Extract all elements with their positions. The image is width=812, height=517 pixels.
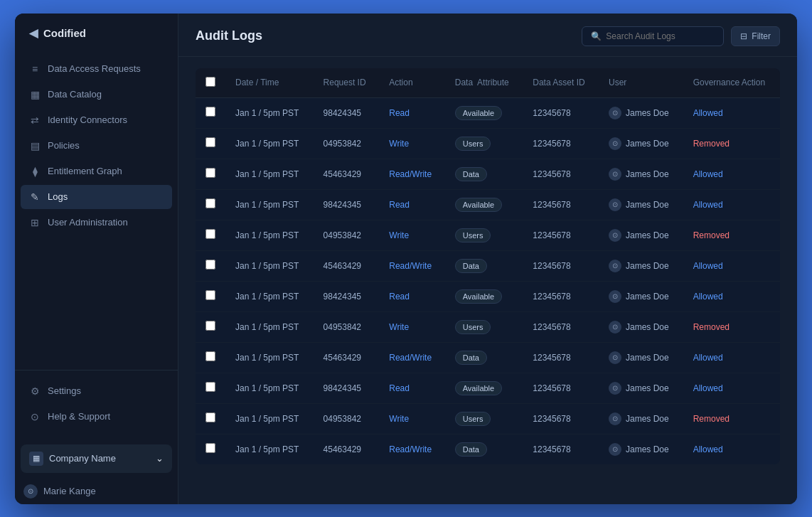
cell-request-id: 98424345 <box>314 189 380 220</box>
user-icon: ⊙ <box>609 382 621 395</box>
search-input[interactable] <box>606 31 715 41</box>
cell-request-id: 45463429 <box>314 159 380 189</box>
cell-data-asset-id: 12345678 <box>523 373 599 403</box>
settings-icon: ⚙ <box>29 385 41 397</box>
cell-action[interactable]: Read <box>379 373 444 403</box>
col-data-attribute: Data Attribute <box>445 68 523 98</box>
cell-action[interactable]: Read/Write <box>379 250 444 281</box>
col-data-asset-id: Data Asset ID <box>523 68 599 98</box>
cell-governance[interactable]: Removed <box>683 128 780 159</box>
cell-request-id: 45463429 <box>314 434 380 464</box>
logo-text: Codified <box>43 27 86 39</box>
row-checkbox-11[interactable] <box>205 443 215 453</box>
cell-user: ⊙ James Doe <box>599 189 683 220</box>
cell-data-attribute: Data <box>445 159 523 189</box>
cell-governance[interactable]: Allowed <box>683 159 780 189</box>
cell-action[interactable]: Read <box>379 281 444 311</box>
company-switcher[interactable]: ▦ Company Name ⌄ <box>21 444 172 473</box>
sidebar-bottom: ⚙Settings⊙Help & Support <box>15 370 178 439</box>
cell-governance[interactable]: Removed <box>683 220 780 250</box>
search-box[interactable]: 🔍 <box>582 26 724 46</box>
cell-action[interactable]: Read/Write <box>379 434 444 464</box>
cell-action[interactable]: Read/Write <box>379 342 444 373</box>
cell-governance[interactable]: Removed <box>683 311 780 342</box>
cell-action[interactable]: Write <box>379 403 444 434</box>
cell-user: ⊙ James Doe <box>599 342 683 373</box>
cell-action[interactable]: Read <box>379 189 444 220</box>
sidebar-item-label: Identity Connectors <box>48 114 127 125</box>
row-checkbox-1[interactable] <box>205 137 215 147</box>
cell-governance[interactable]: Allowed <box>683 342 780 373</box>
data-catalog-icon: ▦ <box>29 89 41 100</box>
cell-governance[interactable]: Removed <box>683 403 780 434</box>
help-support-icon: ⊙ <box>29 411 41 422</box>
row-checkbox-5[interactable] <box>205 260 215 270</box>
cell-action[interactable]: Read <box>379 97 444 128</box>
cell-datetime: Jan 1 / 5pm PST <box>225 281 314 311</box>
cell-datetime: Jan 1 / 5pm PST <box>225 434 314 464</box>
cell-action[interactable]: Read/Write <box>379 159 444 189</box>
sidebar-item-help-support[interactable]: ⊙Help & Support <box>21 405 172 429</box>
row-checkbox-0[interactable] <box>205 107 215 117</box>
cell-request-id: 98424345 <box>314 281 380 311</box>
row-checkbox-4[interactable] <box>205 229 215 239</box>
user-icon: ⊙ <box>609 107 621 119</box>
cell-action[interactable]: Write <box>379 220 444 250</box>
cell-data-attribute: Users <box>445 220 523 250</box>
table-row: Jan 1 / 5pm PST 45463429 Read/Write Data… <box>196 159 780 189</box>
sidebar-item-label: Logs <box>48 191 68 202</box>
cell-governance[interactable]: Allowed <box>683 97 780 128</box>
row-checkbox-6[interactable] <box>205 290 215 300</box>
sidebar-item-user-administration[interactable]: ⊞User Administration <box>21 210 172 235</box>
cell-action[interactable]: Write <box>379 128 444 159</box>
filter-icon: ⊟ <box>740 31 747 41</box>
logs-icon: ✎ <box>29 191 41 203</box>
cell-governance[interactable]: Allowed <box>683 250 780 281</box>
sidebar-item-entitlement-graph[interactable]: ⧫Entitlement Graph <box>21 159 172 183</box>
row-checkbox-2[interactable] <box>205 168 215 178</box>
user-icon: ⊙ <box>609 137 621 150</box>
cell-data-asset-id: 12345678 <box>523 281 599 311</box>
row-checkbox-9[interactable] <box>205 382 215 392</box>
cell-governance[interactable]: Allowed <box>683 281 780 311</box>
sidebar-item-label: Entitlement Graph <box>48 166 122 176</box>
cell-request-id: 98424345 <box>314 373 380 403</box>
sidebar-item-data-catalog[interactable]: ▦Data Catalog <box>21 82 172 107</box>
cell-user: ⊙ James Doe <box>599 434 683 464</box>
row-checkbox-7[interactable] <box>205 321 215 331</box>
cell-governance[interactable]: Allowed <box>683 434 780 464</box>
sidebar-item-settings[interactable]: ⚙Settings <box>21 379 172 403</box>
cell-data-attribute: Users <box>445 403 523 434</box>
cell-action[interactable]: Write <box>379 311 444 342</box>
sidebar-item-policies[interactable]: ▤Policies <box>21 134 172 158</box>
cell-data-attribute: Available <box>445 373 523 403</box>
filter-button[interactable]: ⊟ Filter <box>731 26 780 46</box>
select-all-checkbox[interactable] <box>205 77 215 87</box>
cell-user: ⊙ James Doe <box>599 281 683 311</box>
table-row: Jan 1 / 5pm PST 98424345 Read Available … <box>196 189 780 220</box>
table-row: Jan 1 / 5pm PST 45463429 Read/Write Data… <box>196 434 780 464</box>
sidebar-item-identity-connectors[interactable]: ⇄Identity Connectors <box>21 108 172 132</box>
search-icon: 🔍 <box>591 31 602 41</box>
cell-datetime: Jan 1 / 5pm PST <box>225 97 314 128</box>
sidebar-item-logs[interactable]: ✎Logs <box>21 185 172 209</box>
row-checkbox-10[interactable] <box>205 412 215 422</box>
user-profile[interactable]: ⊙ Marie Kange <box>15 479 178 504</box>
cell-datetime: Jan 1 / 5pm PST <box>225 403 314 434</box>
table-row: Jan 1 / 5pm PST 04953842 Write Users 123… <box>196 220 780 250</box>
sidebar-item-label: Policies <box>48 140 80 151</box>
cell-user: ⊙ James Doe <box>599 373 683 403</box>
row-checkbox-8[interactable] <box>205 351 215 361</box>
app-window: ◀ Codified ≡Data Access Requests▦Data Ca… <box>15 14 797 504</box>
sidebar-item-data-access-requests[interactable]: ≡Data Access Requests <box>21 57 172 81</box>
user-icon: ⊙ <box>609 443 621 456</box>
cell-data-attribute: Available <box>445 189 523 220</box>
app-logo[interactable]: ◀ Codified <box>15 14 178 57</box>
row-checkbox-3[interactable] <box>205 198 215 208</box>
cell-governance[interactable]: Allowed <box>683 373 780 403</box>
user-icon: ⊙ <box>609 351 621 364</box>
cell-governance[interactable]: Allowed <box>683 189 780 220</box>
chevron-down-icon: ⌄ <box>156 453 164 464</box>
filter-label: Filter <box>752 31 771 41</box>
cell-data-attribute: Data <box>445 434 523 464</box>
